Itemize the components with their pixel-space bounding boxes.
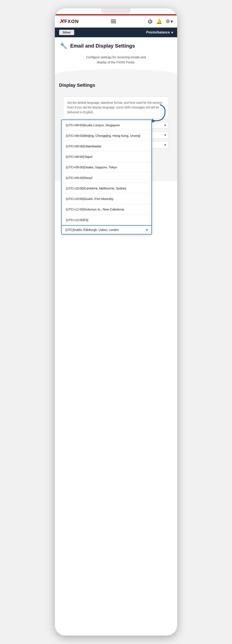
- nav-bar: Silver Points/balance ▾: [55, 28, 177, 37]
- timezone-dropdown-footer[interactable]: (UTC)Dublin, Edinburgh, Lisbon, London ▾: [62, 225, 151, 234]
- timezone-option-9[interactable]: (UTC+12:00)Fiji: [62, 215, 151, 225]
- app-header: ✕ FXON ⏻ 🔔 ⚙ ▾: [55, 15, 177, 28]
- logo-text: FXON: [64, 19, 79, 24]
- timezone-selected-value: (UTC)Dublin, Edinburgh, Lisbon, London: [65, 228, 119, 232]
- page-title-area: 🔧 Email and Display Settings Configure s…: [55, 37, 177, 69]
- timezone-option-2[interactable]: (UTC+08:00)Ulaanbaatar: [62, 141, 151, 152]
- description-text: Set the default language, date/time form…: [67, 101, 163, 114]
- hamburger-menu[interactable]: [111, 20, 116, 23]
- header-icons: ⏻ 🔔 ⚙ ▾: [148, 19, 173, 24]
- service-type-arrow: ▾: [165, 143, 166, 146]
- language-arrow: ▾: [165, 124, 166, 127]
- page-title: Email and Display Settings: [70, 43, 135, 49]
- timezone-option-5[interactable]: (UTC+09:00)Seoul: [62, 172, 151, 183]
- timezone-option-1[interactable]: (UTC+08:00)Beijing, Chongqing, Hong Kong…: [62, 130, 151, 141]
- silver-badge[interactable]: Silver: [59, 30, 74, 35]
- section-title: Display Settings: [59, 82, 173, 88]
- timezone-option-7[interactable]: (UTC+10:00)Guam, Port Moresby: [62, 194, 151, 204]
- timezone-option-8[interactable]: (UTC+11:00)Solomon Is., New Caledonia: [62, 204, 151, 215]
- main-content: Display Settings Set the default languag…: [55, 78, 177, 182]
- bell-icon[interactable]: 🔔: [156, 19, 162, 24]
- page-title-row: 🔧 Email and Display Settings: [60, 42, 172, 49]
- gear-icon[interactable]: ⚙ ▾: [166, 19, 173, 24]
- description-box: Set the default language, date/time form…: [63, 96, 169, 118]
- timezone-option-0[interactable]: (UTC+08:00)Kuala Lumpur, Singapore: [62, 120, 151, 130]
- power-icon[interactable]: ⏻: [148, 19, 153, 24]
- points-balance-button[interactable]: Points/balance ▾: [146, 30, 173, 34]
- date-format-arrow: ▾: [165, 134, 166, 136]
- timezone-footer-arrow: ▾: [146, 228, 148, 232]
- phone-notch: [101, 8, 131, 14]
- content-area: Set the default language, date/time form…: [59, 92, 173, 176]
- wave-divider: [55, 69, 177, 78]
- timezone-dropdown[interactable]: (UTC+08:00)Kuala Lumpur, Singapore (UTC+…: [61, 120, 152, 234]
- page-subtitle: Configure settings for receiving emails …: [60, 52, 172, 69]
- timezone-option-4[interactable]: (UTC+09:00)Osaka, Sapporo, Tokyo: [62, 162, 151, 172]
- logo: ✕ FXON: [59, 18, 79, 25]
- wrench-icon: 🔧: [60, 42, 67, 49]
- logo-x-icon: ✕: [59, 18, 64, 25]
- timezone-option-3[interactable]: (UTC+08:00)Taipei: [62, 152, 151, 162]
- timezone-option-6[interactable]: (UTC+10:00)Canberra, Melbourne, Sydney: [62, 183, 151, 194]
- phone-frame: ✕ FXON ⏻ 🔔 ⚙ ▾ Silver Points/balance ▾ 🔧: [55, 8, 177, 636]
